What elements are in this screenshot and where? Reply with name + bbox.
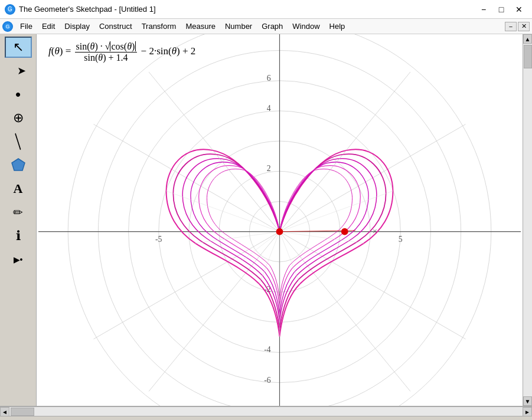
menu-item-display[interactable]: Display (60, 21, 94, 32)
title-controls: − □ ✕ (475, 4, 527, 15)
line-tool[interactable]: ╱ (1, 124, 35, 159)
svg-line-34 (280, 232, 300, 284)
scroll-left-button[interactable]: ◄ (0, 407, 9, 416)
menu-item-construct[interactable]: Construct (94, 21, 137, 32)
canvas-area[interactable]: -5 5 6 4 2 -2 -4 -6 (37, 34, 523, 406)
svg-line-40 (213, 150, 279, 232)
menu-bar: G File Edit Display Construct Transform … (0, 19, 532, 34)
arrow-tool[interactable]: ➤ (5, 60, 32, 81)
svg-line-39 (167, 191, 280, 232)
inner-controls: − ✕ (505, 22, 530, 31)
hscroll-thumb[interactable] (11, 408, 34, 416)
scroll-right-button[interactable]: ► (523, 407, 532, 416)
menu-item-edit[interactable]: Edit (37, 21, 60, 32)
title-text: The Geometer's Sketchpad - [Untitled 1] (19, 5, 156, 14)
svg-marker-0 (12, 159, 25, 170)
scroll-track[interactable] (523, 44, 532, 396)
maximize-button[interactable]: □ (493, 4, 510, 15)
toolbar: ↖ ➤ • ⊕ ╱ A ✏ ℹ ▶• (0, 34, 37, 406)
menu-item-transform[interactable]: Transform (137, 21, 181, 32)
text-tool[interactable]: A (5, 178, 32, 199)
svg-text:5: 5 (399, 235, 403, 244)
svg-text:6: 6 (267, 74, 271, 83)
minimize-button[interactable]: − (475, 4, 492, 15)
marker-tool[interactable]: ✏ (5, 202, 32, 223)
menu-item-measure[interactable]: Measure (181, 21, 220, 32)
svg-text:4: 4 (267, 104, 271, 113)
svg-text:-5: -5 (155, 235, 162, 244)
polygon-tool[interactable] (5, 155, 32, 176)
svg-point-42 (341, 228, 348, 235)
svg-text:-6: -6 (264, 376, 271, 385)
point-tool[interactable]: • (5, 84, 32, 105)
scroll-up-button[interactable]: ▲ (523, 34, 532, 44)
title-bar: G The Geometer's Sketchpad - [Untitled 1… (0, 0, 532, 19)
svg-line-17 (149, 232, 279, 392)
app-menu-icon: G (2, 21, 13, 32)
svg-point-41 (276, 228, 283, 235)
main-area: ↖ ➤ • ⊕ ╱ A ✏ ℹ ▶• (0, 34, 532, 406)
svg-line-31 (280, 150, 347, 232)
title-bar-left: G The Geometer's Sketchpad - [Untitled 1… (5, 4, 156, 15)
svg-line-32 (280, 191, 393, 232)
menu-item-number[interactable]: Number (220, 21, 257, 32)
vertical-scrollbar[interactable]: ▲ ▼ (523, 34, 532, 406)
info-tool[interactable]: ℹ (5, 225, 32, 247)
select-tool[interactable]: ↖ (5, 37, 32, 58)
inner-minimize-button[interactable]: − (505, 22, 517, 31)
scroll-down-button[interactable]: ▼ (523, 396, 532, 406)
compass-tool[interactable]: ⊕ (5, 107, 32, 129)
horizontal-scrollbar[interactable]: ◄ ► (0, 406, 532, 416)
menu-item-file[interactable]: File (15, 21, 37, 32)
svg-text:-4: -4 (264, 345, 271, 354)
close-button[interactable]: ✕ (511, 4, 527, 15)
scroll-thumb[interactable] (524, 45, 532, 68)
inner-close-button[interactable]: ✕ (518, 22, 530, 31)
graph-svg: -5 5 6 4 2 -2 -4 -6 (37, 34, 523, 406)
menu-item-help[interactable]: Help (325, 21, 350, 32)
svg-text:2: 2 (267, 164, 271, 173)
svg-text:×: × (373, 227, 377, 236)
status-bar: Click to begin scrolling the window (0, 416, 532, 420)
menu-item-window[interactable]: Window (288, 21, 324, 32)
hscroll-track[interactable] (9, 407, 523, 416)
svg-line-16 (280, 232, 410, 392)
menu-item-graph[interactable]: Graph (257, 21, 288, 32)
more-tool[interactable]: ▶• (5, 249, 32, 270)
app-icon: G (5, 4, 15, 15)
